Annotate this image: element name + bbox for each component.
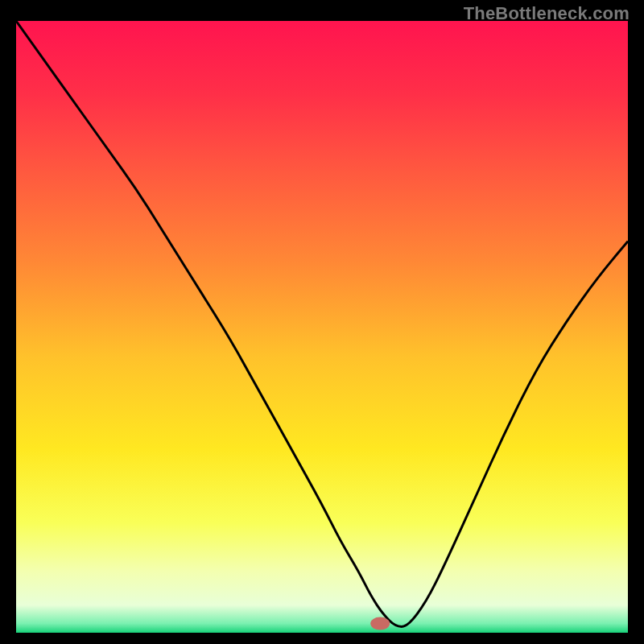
watermark-text: TheBottleneck.com [464,3,630,24]
optimal-point-marker [370,617,390,630]
gradient-background [16,21,628,633]
plot-area [16,21,628,633]
bottleneck-plot-svg [16,21,628,633]
chart-frame: TheBottleneck.com [0,0,644,644]
